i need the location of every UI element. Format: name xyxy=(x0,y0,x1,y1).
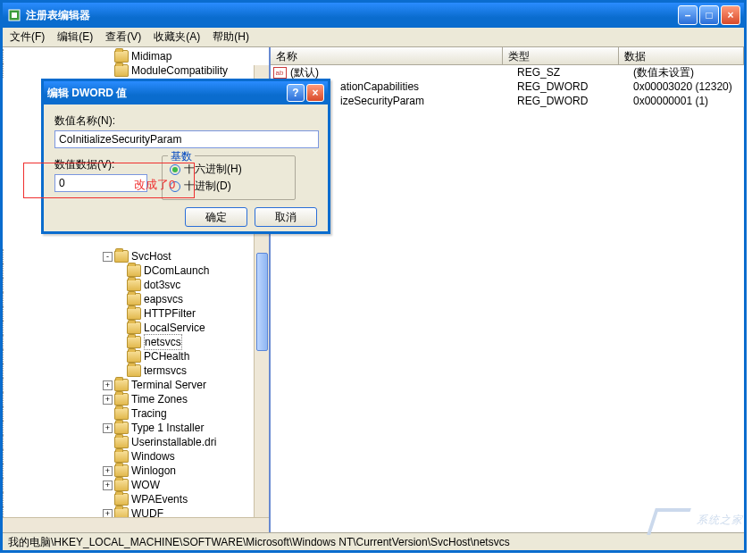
tree-node-label: Time Zones xyxy=(131,392,188,406)
tree-node-label: Tracing xyxy=(131,406,167,421)
cancel-button[interactable]: 取消 xyxy=(255,207,317,227)
col-data[interactable]: 数据 xyxy=(619,47,744,64)
tree-node[interactable]: Tracing xyxy=(3,406,269,421)
folder-icon xyxy=(127,279,141,291)
folder-icon xyxy=(127,293,141,305)
tree-node[interactable]: Windows xyxy=(3,449,269,464)
menu-view[interactable]: 查看(V) xyxy=(102,28,145,46)
col-name[interactable]: 名称 xyxy=(271,47,503,64)
tree-exp-spacer xyxy=(115,338,125,347)
tree-node[interactable]: +WOW xyxy=(3,478,269,492)
tree-exp-spacer xyxy=(103,452,113,462)
tree-node[interactable]: Midimap xyxy=(3,49,269,63)
window-title: 注册表编辑器 xyxy=(26,8,678,23)
list-row[interactable]: 01ationCapabilitiesREG_DWORD0x00003020 (… xyxy=(271,79,744,94)
collapse-icon[interactable]: - xyxy=(103,252,113,262)
folder-icon xyxy=(114,464,129,477)
close-button[interactable]: × xyxy=(721,5,740,25)
tree-node[interactable]: +Winlogon xyxy=(3,464,269,478)
expand-icon[interactable]: + xyxy=(103,395,113,405)
value-data: (数值未设置) xyxy=(633,65,744,80)
folder-icon xyxy=(114,436,129,448)
radio-dot-icon xyxy=(170,181,180,192)
tree-node[interactable]: Userinstallable.dri xyxy=(3,435,269,449)
expand-icon[interactable]: + xyxy=(103,380,113,390)
tree-node[interactable]: netsvcs xyxy=(3,335,269,349)
tree-node-label: netsvcs xyxy=(144,334,182,350)
folder-icon xyxy=(127,264,141,277)
value-data-label: 数值数据(V): xyxy=(54,157,147,172)
tree-node-label: Windows xyxy=(131,449,175,464)
folder-icon xyxy=(127,336,141,348)
value-data: 0x00000001 (1) xyxy=(633,95,744,107)
menu-edit[interactable]: 编辑(E) xyxy=(54,28,96,46)
tree-node-label: Midimap xyxy=(131,49,171,63)
value-name-field[interactable]: CoInitializeSecurityParam xyxy=(54,130,319,148)
tree-exp-spacer xyxy=(103,409,113,419)
tree-node[interactable]: +Time Zones xyxy=(3,392,269,406)
tree-exp-spacer xyxy=(103,52,113,62)
tree-horizontal-scrollbar[interactable] xyxy=(3,517,269,532)
tree-node[interactable]: PCHealth xyxy=(3,349,269,364)
value-data-field[interactable]: 0 xyxy=(54,174,147,192)
folder-icon xyxy=(114,479,129,491)
expand-icon[interactable]: + xyxy=(103,466,113,476)
tree-node-label: Winlogon xyxy=(131,464,176,478)
svg-rect-1 xyxy=(12,13,17,18)
menu-file[interactable]: 文件(F) xyxy=(6,28,48,46)
list-row[interactable]: 01izeSecurityParamREG_DWORD0x00000001 (1… xyxy=(271,94,744,108)
base-label: 基数 xyxy=(168,149,195,164)
tree-node-label: WOW xyxy=(131,478,160,492)
tree-exp-spacer xyxy=(115,266,125,276)
tree-node[interactable]: +Type 1 Installer xyxy=(3,421,269,435)
menu-favorites[interactable]: 收藏夹(A) xyxy=(150,28,204,46)
value-type: REG_SZ xyxy=(517,66,633,79)
tree-node-label: LocalService xyxy=(144,321,205,335)
tree-node[interactable]: -SvcHost xyxy=(3,249,269,263)
dialog-help-button[interactable]: ? xyxy=(287,84,305,102)
tree-node[interactable]: termsvcs xyxy=(3,364,269,378)
menu-help[interactable]: 帮助(H) xyxy=(209,28,253,46)
tree-exp-spacer xyxy=(115,352,125,362)
folder-icon xyxy=(114,393,129,405)
tree-exp-spacer xyxy=(115,280,125,290)
dialog-titlebar[interactable]: 编辑 DWORD 值 ? × xyxy=(44,81,328,104)
string-value-icon: ab xyxy=(272,66,287,79)
ok-button[interactable]: 确定 xyxy=(185,207,247,227)
tree-node[interactable]: LocalService xyxy=(3,321,269,335)
dialog-close-button[interactable]: × xyxy=(306,84,324,102)
titlebar[interactable]: 注册表编辑器 – □ × xyxy=(3,3,744,28)
minimize-button[interactable]: – xyxy=(678,5,698,25)
expand-icon[interactable]: + xyxy=(103,481,113,490)
list-row[interactable]: ab(默认)REG_SZ(数值未设置) xyxy=(271,65,744,79)
tree-node[interactable]: DComLaunch xyxy=(3,263,269,278)
tree-node[interactable]: ModuleCompatibility xyxy=(3,63,269,78)
folder-icon xyxy=(114,250,129,263)
tree-node-label: DComLaunch xyxy=(144,263,209,278)
tree-node-label: WPAEvents xyxy=(131,492,188,506)
tree-node[interactable]: WPAEvents xyxy=(3,492,269,506)
folder-icon xyxy=(127,307,141,320)
radio-dec[interactable]: 十进制(D) xyxy=(170,179,288,194)
value-list-pane[interactable]: 名称 类型 数据 ab(默认)REG_SZ(数值未设置)01ationCapab… xyxy=(271,47,744,532)
tree-node[interactable]: +Terminal Server xyxy=(3,378,269,392)
expand-icon[interactable]: + xyxy=(103,423,113,433)
tree-node-label: SvcHost xyxy=(131,249,171,263)
value-type: REG_DWORD xyxy=(517,95,633,107)
value-data: 0x00003020 (12320) xyxy=(633,80,744,93)
tree-node-label: termsvcs xyxy=(144,364,187,378)
tree-exp-spacer xyxy=(115,366,125,376)
tree-node[interactable]: dot3svc xyxy=(3,278,269,292)
tree-node-label: PCHealth xyxy=(144,349,189,364)
tree-exp-spacer xyxy=(115,323,125,333)
tree-node[interactable]: HTTPFilter xyxy=(3,306,269,321)
maximize-button[interactable]: □ xyxy=(699,5,719,25)
tree-exp-spacer xyxy=(115,309,125,319)
folder-icon xyxy=(127,364,141,377)
dialog-title: 编辑 DWORD 值 xyxy=(47,86,127,101)
menu-bar: 文件(F) 编辑(E) 查看(V) 收藏夹(A) 帮助(H) xyxy=(3,28,744,47)
folder-icon xyxy=(114,64,129,77)
folder-icon xyxy=(114,379,129,391)
col-type[interactable]: 类型 xyxy=(503,47,619,64)
tree-node[interactable]: eapsvcs xyxy=(3,292,269,306)
